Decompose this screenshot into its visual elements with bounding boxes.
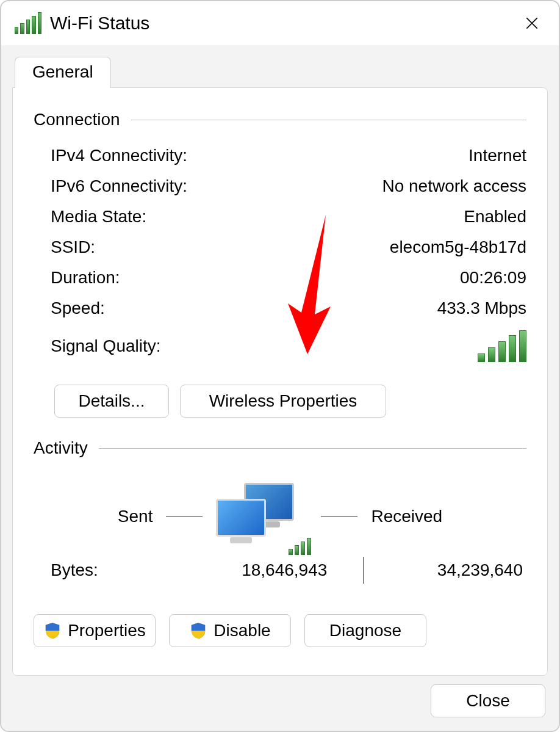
label-ipv4: IPv4 Connectivity: [51, 147, 187, 164]
group-activity-header: Activity [34, 438, 526, 458]
row-ipv4: IPv4 Connectivity: Internet [51, 140, 526, 171]
received-label: Received [371, 507, 442, 526]
dialog-footer: Close [12, 676, 548, 720]
properties-button-label: Properties [68, 621, 146, 640]
diagnose-button-label: Diagnose [329, 621, 401, 640]
label-signal-quality: Signal Quality: [51, 338, 161, 355]
titlebar: Wi-Fi Status [1, 1, 559, 45]
details-button[interactable]: Details... [54, 385, 169, 418]
sent-label: Sent [118, 507, 153, 526]
close-icon [524, 15, 540, 31]
shield-icon [43, 621, 62, 640]
label-speed: Speed: [51, 300, 105, 317]
value-ssid: elecom5g-48b17d [390, 239, 526, 256]
tab-general[interactable]: General [15, 57, 111, 88]
window-title: Wi-Fi Status [50, 13, 149, 34]
client-area: General Connection IPv4 Connectivity: In… [1, 45, 559, 731]
wifi-status-dialog: Wi-Fi Status General Connection IPv4 Con… [0, 0, 560, 732]
disable-button-label: Disable [214, 621, 270, 640]
activity-buttons: Properties Disable Diagnose [34, 614, 526, 647]
divider [321, 516, 357, 517]
disable-button[interactable]: Disable [169, 614, 291, 647]
diagnose-button[interactable]: Diagnose [304, 614, 426, 647]
row-media-state: Media State: Enabled [51, 201, 526, 232]
bytes-row: Bytes: 18,646,943 34,239,640 [34, 557, 526, 584]
row-ipv6: IPv6 Connectivity: No network access [51, 171, 526, 201]
signal-quality-icon [472, 330, 526, 362]
value-media-state: Enabled [464, 208, 526, 225]
label-ssid: SSID: [51, 239, 95, 256]
divider [166, 516, 203, 517]
close-button[interactable]: Close [431, 684, 545, 717]
connection-details: IPv4 Connectivity: Internet IPv6 Connect… [34, 140, 526, 369]
tabstrip: General [12, 56, 548, 87]
value-ipv4: Internet [468, 147, 526, 164]
group-activity-title: Activity [34, 438, 88, 458]
signal-icon [15, 12, 41, 34]
activity-visual: Sent Received [34, 480, 526, 553]
wireless-properties-button[interactable]: Wireless Properties [180, 385, 386, 418]
divider [363, 557, 364, 584]
value-duration: 00:26:09 [460, 269, 526, 286]
network-icon [216, 483, 307, 550]
label-duration: Duration: [51, 269, 120, 286]
value-speed: 433.3 Mbps [437, 300, 526, 317]
tabpage-general: Connection IPv4 Connectivity: Internet I… [12, 87, 548, 676]
bytes-label: Bytes: [51, 560, 201, 580]
signal-icon [289, 538, 311, 555]
bytes-sent-value: 18,646,943 [201, 560, 352, 580]
group-connection-header: Connection [34, 110, 526, 129]
row-ssid: SSID: elecom5g-48b17d [51, 232, 526, 263]
shield-icon [189, 621, 207, 640]
divider [131, 120, 526, 120]
bytes-received-value: 34,239,640 [376, 560, 526, 580]
row-speed: Speed: 433.3 Mbps [51, 293, 526, 324]
label-ipv6: IPv6 Connectivity: [51, 178, 187, 195]
group-connection-title: Connection [34, 110, 120, 129]
label-media-state: Media State: [51, 208, 146, 225]
row-duration: Duration: 00:26:09 [51, 263, 526, 293]
divider [99, 448, 526, 449]
window-close-button[interactable] [514, 9, 550, 38]
properties-button[interactable]: Properties [34, 614, 156, 647]
connection-buttons: Details... Wireless Properties [54, 385, 526, 418]
row-signal-quality: Signal Quality: [51, 324, 526, 369]
value-ipv6: No network access [382, 178, 526, 195]
